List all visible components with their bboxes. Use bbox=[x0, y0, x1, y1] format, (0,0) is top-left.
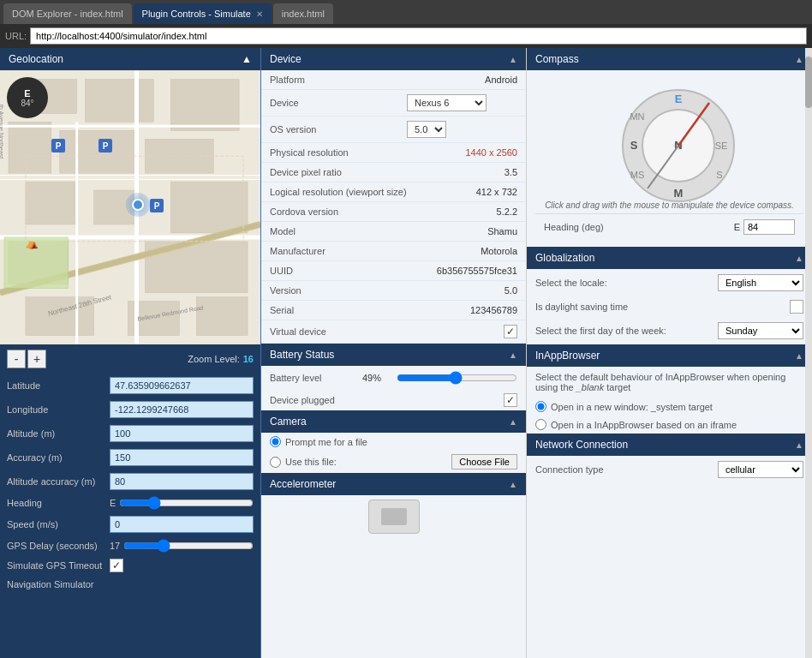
locale-select[interactable]: English Spanish French bbox=[718, 274, 803, 291]
device-header[interactable]: Device ▲ bbox=[261, 48, 526, 70]
model-value: Shamu bbox=[407, 226, 517, 236]
tab-dom-explorer[interactable]: DOM Explorer - index.html bbox=[3, 3, 132, 24]
tab-plugin-controls[interactable]: Plugin Controls - Simulate ✕ bbox=[134, 3, 272, 24]
inappbrowser-content: Select the default behaviour of InAppBro… bbox=[527, 367, 812, 434]
compass-header[interactable]: Compass ▲ bbox=[527, 48, 812, 70]
inappbrowser-chevron-icon: ▲ bbox=[795, 351, 803, 361]
altitude-input[interactable] bbox=[110, 425, 254, 442]
inappbrowser-section: InAppBrowser ▲ Select the default behavi… bbox=[527, 344, 812, 434]
main-content: Geolocation ▲ bbox=[0, 48, 812, 658]
network-header[interactable]: Network Connection ▲ bbox=[527, 434, 812, 456]
phys-res-value: 1440 x 2560 bbox=[407, 147, 517, 158]
accuracy-input[interactable] bbox=[110, 449, 254, 466]
heading-value-input[interactable] bbox=[743, 219, 795, 235]
scrollbar-thumb[interactable] bbox=[805, 57, 812, 108]
longitude-input[interactable] bbox=[110, 401, 254, 418]
iab-option1-radio[interactable] bbox=[535, 401, 546, 412]
accelerometer-content bbox=[261, 495, 526, 538]
accelerometer-chevron-icon: ▲ bbox=[509, 480, 517, 489]
url-label: URL: bbox=[5, 31, 27, 41]
speed-input[interactable] bbox=[110, 516, 254, 533]
first-day-select[interactable]: Sunday Monday Tuesday bbox=[718, 322, 803, 339]
pixel-ratio-value: 3.5 bbox=[407, 167, 517, 177]
zoom-out-button[interactable]: - bbox=[7, 350, 26, 368]
gps-delay-slider[interactable] bbox=[123, 540, 254, 552]
altitude-label: Altitude (m) bbox=[7, 428, 110, 439]
accelerometer-device-shape bbox=[381, 508, 407, 525]
compass-chevron-icon: ▲ bbox=[795, 55, 803, 64]
accelerometer-header[interactable]: Accelerometer ▲ bbox=[261, 473, 526, 495]
browser-chrome: DOM Explorer - index.html Plugin Control… bbox=[0, 0, 812, 48]
uuid-label: UUID bbox=[270, 266, 407, 276]
svg-rect-9 bbox=[170, 182, 248, 233]
battery-level-label: Battery level bbox=[270, 373, 355, 383]
daylight-label: Is daylight saving time bbox=[535, 302, 790, 312]
heading-dir-compass: E bbox=[734, 222, 740, 232]
locale-row: Select the locale: English Spanish Frenc… bbox=[527, 269, 812, 296]
scrollbar-track[interactable] bbox=[805, 48, 812, 658]
uuid-value: 6b356755575fce31 bbox=[407, 266, 517, 276]
svg-text:S: S bbox=[630, 139, 637, 152]
connection-type-label: Connection type bbox=[535, 464, 718, 475]
compass-circle[interactable]: E SE S M MS S MN N bbox=[618, 86, 721, 188]
zoom-in-button[interactable]: + bbox=[27, 350, 46, 368]
svg-text:MS: MS bbox=[630, 170, 644, 180]
pixel-ratio-label: Device pixel ratio bbox=[270, 167, 407, 177]
version-row: Version 5.0 bbox=[261, 281, 526, 301]
connection-type-row: Connection type cellular wifi none ether… bbox=[527, 456, 812, 483]
inappbrowser-header[interactable]: InAppBrowser ▲ bbox=[527, 344, 812, 367]
iab-option2-radio[interactable] bbox=[535, 419, 546, 430]
virtual-device-checkbox[interactable] bbox=[504, 325, 517, 338]
battery-header[interactable]: Battery Status ▲ bbox=[261, 344, 526, 366]
use-file-radio[interactable] bbox=[270, 457, 281, 468]
heading-slider[interactable] bbox=[119, 497, 254, 509]
device-select[interactable]: Nexus 6 Nexus 5 Samsung S6 bbox=[407, 94, 487, 111]
map-container[interactable]: P P P Northeast 28th Street th Avenue No… bbox=[0, 70, 260, 344]
gps-delay-label: GPS Delay (seconds) bbox=[7, 541, 110, 551]
center-scroll[interactable]: Device ▲ Platform Android Device Nexus 6… bbox=[261, 48, 526, 658]
prompt-file-radio[interactable] bbox=[270, 436, 281, 447]
tab-bar: DOM Explorer - index.html Plugin Control… bbox=[0, 0, 812, 24]
iab-option1-label: Open in a new window: _system target bbox=[551, 402, 713, 412]
compass-title: Compass bbox=[535, 53, 579, 65]
camera-header[interactable]: Camera ▲ bbox=[261, 410, 526, 433]
uuid-row: UUID 6b356755575fce31 bbox=[261, 261, 526, 281]
virtual-label: Virtual device bbox=[270, 326, 407, 337]
connection-type-select[interactable]: cellular wifi none ethernet bbox=[718, 461, 803, 478]
speed-label: Speed (m/s) bbox=[7, 519, 110, 529]
svg-text:M: M bbox=[673, 187, 683, 200]
device-plugged-label: Device plugged bbox=[270, 395, 504, 405]
right-panel: Compass ▲ bbox=[527, 48, 812, 658]
globalization-section: Globalization ▲ Select the locale: Engli… bbox=[527, 247, 812, 344]
platform-row: Platform Android bbox=[261, 70, 526, 90]
serial-value: 123456789 bbox=[407, 305, 517, 315]
geolocation-title: Geolocation bbox=[9, 53, 63, 65]
battery-section: Battery Status ▲ Battery level 49% Devic… bbox=[261, 344, 526, 410]
latitude-input[interactable] bbox=[110, 377, 254, 394]
svg-rect-7 bbox=[26, 182, 77, 224]
cordova-label: Cordova version bbox=[270, 206, 407, 217]
globalization-title: Globalization bbox=[535, 252, 594, 264]
tab-index[interactable]: index.html bbox=[273, 3, 333, 24]
close-tab-icon[interactable]: ✕ bbox=[256, 9, 263, 19]
simulate-timeout-checkbox[interactable] bbox=[110, 559, 123, 572]
choose-file-button[interactable]: Choose File bbox=[451, 454, 517, 470]
globalization-header[interactable]: Globalization ▲ bbox=[527, 247, 812, 269]
svg-text:S: S bbox=[716, 170, 722, 180]
address-input[interactable] bbox=[30, 27, 807, 45]
svg-text:E: E bbox=[674, 93, 682, 105]
os-select[interactable]: 5.0 4.4 6.0 bbox=[407, 121, 446, 138]
compass-svg: E SE S M MS S MN N bbox=[618, 86, 738, 206]
camera-content: Prompt me for a file Use this file: Choo… bbox=[261, 433, 526, 473]
picnic-icon: ⛺ bbox=[26, 237, 39, 249]
parking-icon-2: P bbox=[51, 139, 65, 153]
compass-visual[interactable]: E SE S M MS S MN N bbox=[535, 77, 803, 197]
right-scroll[interactable]: Compass ▲ bbox=[527, 48, 812, 658]
inappbrowser-title: InAppBrowser bbox=[535, 350, 600, 362]
geolocation-chevron-icon[interactable]: ▲ bbox=[242, 53, 252, 65]
daylight-checkbox[interactable] bbox=[790, 300, 803, 314]
alt-accuracy-input[interactable] bbox=[110, 473, 254, 490]
tab-index-label: index.html bbox=[282, 9, 325, 19]
battery-slider[interactable] bbox=[397, 371, 517, 385]
device-plugged-checkbox[interactable] bbox=[504, 393, 517, 407]
